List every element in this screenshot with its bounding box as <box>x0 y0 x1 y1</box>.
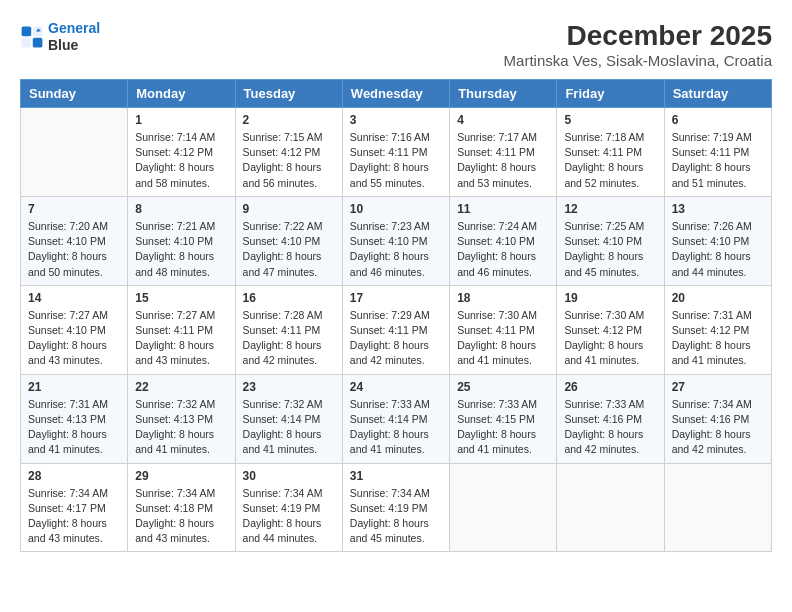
day-info: Sunrise: 7:29 AMSunset: 4:11 PMDaylight:… <box>350 308 442 369</box>
day-number: 22 <box>135 380 227 394</box>
day-number: 5 <box>564 113 656 127</box>
title-block: December 2025 Martinska Ves, Sisak-Mosla… <box>504 20 772 69</box>
day-info: Sunrise: 7:18 AMSunset: 4:11 PMDaylight:… <box>564 130 656 191</box>
calendar-cell: 7Sunrise: 7:20 AMSunset: 4:10 PMDaylight… <box>21 196 128 285</box>
calendar-week-row: 14Sunrise: 7:27 AMSunset: 4:10 PMDayligh… <box>21 285 772 374</box>
day-info: Sunrise: 7:30 AMSunset: 4:11 PMDaylight:… <box>457 308 549 369</box>
calendar-cell <box>664 463 771 552</box>
calendar-cell: 31Sunrise: 7:34 AMSunset: 4:19 PMDayligh… <box>342 463 449 552</box>
day-number: 28 <box>28 469 120 483</box>
day-number: 15 <box>135 291 227 305</box>
day-number: 8 <box>135 202 227 216</box>
day-info: Sunrise: 7:28 AMSunset: 4:11 PMDaylight:… <box>243 308 335 369</box>
day-number: 9 <box>243 202 335 216</box>
calendar-week-row: 21Sunrise: 7:31 AMSunset: 4:13 PMDayligh… <box>21 374 772 463</box>
day-number: 6 <box>672 113 764 127</box>
day-info: Sunrise: 7:31 AMSunset: 4:12 PMDaylight:… <box>672 308 764 369</box>
calendar-cell: 15Sunrise: 7:27 AMSunset: 4:11 PMDayligh… <box>128 285 235 374</box>
day-info: Sunrise: 7:27 AMSunset: 4:11 PMDaylight:… <box>135 308 227 369</box>
calendar-week-row: 7Sunrise: 7:20 AMSunset: 4:10 PMDaylight… <box>21 196 772 285</box>
day-header-monday: Monday <box>128 80 235 108</box>
calendar-cell: 20Sunrise: 7:31 AMSunset: 4:12 PMDayligh… <box>664 285 771 374</box>
day-header-sunday: Sunday <box>21 80 128 108</box>
calendar-cell: 25Sunrise: 7:33 AMSunset: 4:15 PMDayligh… <box>450 374 557 463</box>
calendar-header-row: SundayMondayTuesdayWednesdayThursdayFrid… <box>21 80 772 108</box>
day-number: 13 <box>672 202 764 216</box>
calendar-cell: 1Sunrise: 7:14 AMSunset: 4:12 PMDaylight… <box>128 108 235 197</box>
day-info: Sunrise: 7:34 AMSunset: 4:17 PMDaylight:… <box>28 486 120 547</box>
day-info: Sunrise: 7:27 AMSunset: 4:10 PMDaylight:… <box>28 308 120 369</box>
calendar-cell: 23Sunrise: 7:32 AMSunset: 4:14 PMDayligh… <box>235 374 342 463</box>
svg-rect-2 <box>22 38 32 48</box>
day-info: Sunrise: 7:21 AMSunset: 4:10 PMDaylight:… <box>135 219 227 280</box>
calendar-table: SundayMondayTuesdayWednesdayThursdayFrid… <box>20 79 772 552</box>
day-number: 10 <box>350 202 442 216</box>
day-header-friday: Friday <box>557 80 664 108</box>
day-info: Sunrise: 7:19 AMSunset: 4:11 PMDaylight:… <box>672 130 764 191</box>
calendar-cell: 2Sunrise: 7:15 AMSunset: 4:12 PMDaylight… <box>235 108 342 197</box>
calendar-cell: 28Sunrise: 7:34 AMSunset: 4:17 PMDayligh… <box>21 463 128 552</box>
day-number: 29 <box>135 469 227 483</box>
day-header-wednesday: Wednesday <box>342 80 449 108</box>
calendar-cell: 30Sunrise: 7:34 AMSunset: 4:19 PMDayligh… <box>235 463 342 552</box>
day-number: 3 <box>350 113 442 127</box>
logo-line2: Blue <box>48 37 78 53</box>
svg-rect-0 <box>22 26 32 36</box>
calendar-cell: 11Sunrise: 7:24 AMSunset: 4:10 PMDayligh… <box>450 196 557 285</box>
day-number: 4 <box>457 113 549 127</box>
day-number: 14 <box>28 291 120 305</box>
calendar-cell: 29Sunrise: 7:34 AMSunset: 4:18 PMDayligh… <box>128 463 235 552</box>
day-number: 31 <box>350 469 442 483</box>
calendar-cell: 21Sunrise: 7:31 AMSunset: 4:13 PMDayligh… <box>21 374 128 463</box>
day-number: 19 <box>564 291 656 305</box>
calendar-cell: 16Sunrise: 7:28 AMSunset: 4:11 PMDayligh… <box>235 285 342 374</box>
calendar-cell: 8Sunrise: 7:21 AMSunset: 4:10 PMDaylight… <box>128 196 235 285</box>
calendar-week-row: 1Sunrise: 7:14 AMSunset: 4:12 PMDaylight… <box>21 108 772 197</box>
day-info: Sunrise: 7:32 AMSunset: 4:14 PMDaylight:… <box>243 397 335 458</box>
day-number: 20 <box>672 291 764 305</box>
day-info: Sunrise: 7:25 AMSunset: 4:10 PMDaylight:… <box>564 219 656 280</box>
day-number: 1 <box>135 113 227 127</box>
day-info: Sunrise: 7:32 AMSunset: 4:13 PMDaylight:… <box>135 397 227 458</box>
calendar-cell: 26Sunrise: 7:33 AMSunset: 4:16 PMDayligh… <box>557 374 664 463</box>
calendar-cell: 19Sunrise: 7:30 AMSunset: 4:12 PMDayligh… <box>557 285 664 374</box>
calendar-cell: 22Sunrise: 7:32 AMSunset: 4:13 PMDayligh… <box>128 374 235 463</box>
day-info: Sunrise: 7:34 AMSunset: 4:18 PMDaylight:… <box>135 486 227 547</box>
day-header-saturday: Saturday <box>664 80 771 108</box>
day-number: 27 <box>672 380 764 394</box>
day-info: Sunrise: 7:33 AMSunset: 4:14 PMDaylight:… <box>350 397 442 458</box>
day-info: Sunrise: 7:33 AMSunset: 4:16 PMDaylight:… <box>564 397 656 458</box>
calendar-cell <box>450 463 557 552</box>
calendar-cell <box>21 108 128 197</box>
calendar-cell: 12Sunrise: 7:25 AMSunset: 4:10 PMDayligh… <box>557 196 664 285</box>
day-info: Sunrise: 7:24 AMSunset: 4:10 PMDaylight:… <box>457 219 549 280</box>
day-number: 18 <box>457 291 549 305</box>
logo: General Blue <box>20 20 100 54</box>
calendar-cell: 6Sunrise: 7:19 AMSunset: 4:11 PMDaylight… <box>664 108 771 197</box>
day-number: 21 <box>28 380 120 394</box>
page-header: General Blue December 2025 Martinska Ves… <box>20 20 772 69</box>
day-number: 17 <box>350 291 442 305</box>
calendar-cell: 24Sunrise: 7:33 AMSunset: 4:14 PMDayligh… <box>342 374 449 463</box>
day-number: 25 <box>457 380 549 394</box>
calendar-cell: 3Sunrise: 7:16 AMSunset: 4:11 PMDaylight… <box>342 108 449 197</box>
day-info: Sunrise: 7:15 AMSunset: 4:12 PMDaylight:… <box>243 130 335 191</box>
calendar-cell: 13Sunrise: 7:26 AMSunset: 4:10 PMDayligh… <box>664 196 771 285</box>
day-info: Sunrise: 7:17 AMSunset: 4:11 PMDaylight:… <box>457 130 549 191</box>
day-number: 23 <box>243 380 335 394</box>
day-info: Sunrise: 7:23 AMSunset: 4:10 PMDaylight:… <box>350 219 442 280</box>
day-info: Sunrise: 7:20 AMSunset: 4:10 PMDaylight:… <box>28 219 120 280</box>
day-number: 12 <box>564 202 656 216</box>
calendar-cell: 27Sunrise: 7:34 AMSunset: 4:16 PMDayligh… <box>664 374 771 463</box>
day-info: Sunrise: 7:31 AMSunset: 4:13 PMDaylight:… <box>28 397 120 458</box>
day-info: Sunrise: 7:30 AMSunset: 4:12 PMDaylight:… <box>564 308 656 369</box>
day-info: Sunrise: 7:22 AMSunset: 4:10 PMDaylight:… <box>243 219 335 280</box>
day-number: 2 <box>243 113 335 127</box>
svg-rect-1 <box>33 26 43 36</box>
day-info: Sunrise: 7:34 AMSunset: 4:19 PMDaylight:… <box>243 486 335 547</box>
day-info: Sunrise: 7:33 AMSunset: 4:15 PMDaylight:… <box>457 397 549 458</box>
svg-rect-3 <box>33 38 43 48</box>
day-number: 26 <box>564 380 656 394</box>
day-number: 11 <box>457 202 549 216</box>
day-info: Sunrise: 7:34 AMSunset: 4:16 PMDaylight:… <box>672 397 764 458</box>
